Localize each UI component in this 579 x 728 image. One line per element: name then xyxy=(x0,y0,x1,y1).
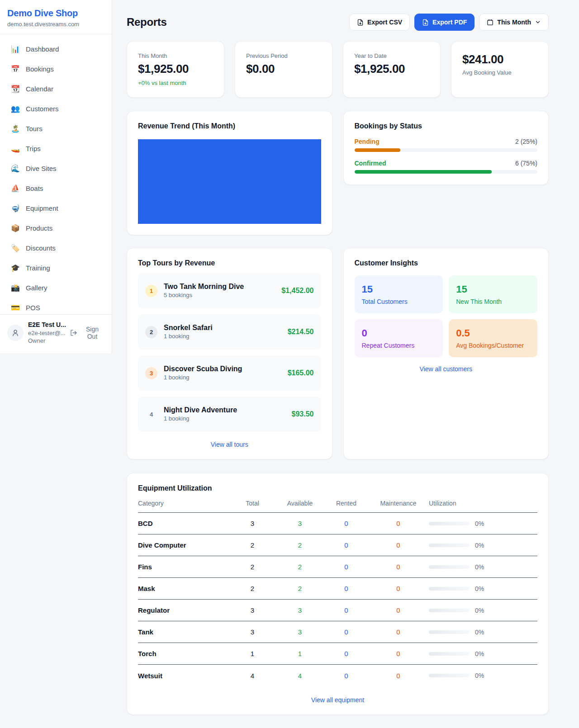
table-row: Regulator 3 3 0 0 0% xyxy=(138,600,537,621)
table-row: BCD 3 3 0 0 0% xyxy=(138,513,537,534)
sidebar-item-bookings[interactable]: 📅Bookings xyxy=(6,61,105,77)
utilization-percent: 0% xyxy=(475,585,484,592)
insight-value: 0 xyxy=(362,327,436,339)
status-label: Confirmed xyxy=(355,160,386,167)
tour-name: Two Tank Morning Dive xyxy=(164,283,244,290)
utilization-track xyxy=(429,630,470,634)
sidebar-item-pos[interactable]: 💳POS xyxy=(6,299,105,314)
cell-available: 3 xyxy=(275,628,325,636)
user-footer: E2E Test U... e2e-tester@... Owner Sign … xyxy=(0,314,112,353)
rank-badge: 3 xyxy=(145,367,157,379)
tour-amount: $1,452.00 xyxy=(281,287,313,295)
view-all-equipment-link[interactable]: View all equipment xyxy=(138,696,537,704)
stat-label: Year to Date xyxy=(354,52,429,59)
col-header-rented: Rented xyxy=(325,500,368,507)
utilization-track xyxy=(429,544,470,547)
sidebar-item-discounts[interactable]: 🏷️Discounts xyxy=(6,240,105,256)
user-info: E2E Test U... e2e-tester@... Owner xyxy=(28,321,66,345)
cell-available: 3 xyxy=(275,520,325,527)
sidebar-item-calendar[interactable]: 📆Calendar xyxy=(6,80,105,97)
bookings-calendar-icon: 📅 xyxy=(11,65,20,73)
sidebar-item-label: Equipment xyxy=(26,204,58,212)
file-download-icon xyxy=(357,19,364,26)
cell-available: 2 xyxy=(275,563,325,571)
sidebar-item-products[interactable]: 📦Products xyxy=(6,220,105,236)
stat-card-this-month: This Month $1,925.00 +0% vs last month xyxy=(127,41,224,98)
view-all-customers-link[interactable]: View all customers xyxy=(355,365,538,373)
equipment-title: Equipment Utilization xyxy=(138,484,537,492)
export-pdf-button[interactable]: Export PDF xyxy=(414,14,475,31)
sidebar-item-boats[interactable]: ⛵Boats xyxy=(6,180,105,197)
cell-maintenance: 0 xyxy=(368,606,429,614)
tour-name: Night Dive Adventure xyxy=(164,406,237,414)
tour-bookings: 1 booking xyxy=(164,374,189,381)
sidebar-item-equipment[interactable]: 🤿Equipment xyxy=(6,200,105,217)
tour-bookings: 1 booking xyxy=(164,333,189,340)
island-icon: 🏝️ xyxy=(11,124,20,133)
tour-name: Discover Scuba Diving xyxy=(164,365,242,373)
chevron-down-icon xyxy=(535,19,541,25)
stat-label: Previous Period xyxy=(246,52,321,59)
utilization-percent: 0% xyxy=(475,607,484,614)
utilization-percent: 0% xyxy=(475,563,484,571)
export-csv-button[interactable]: Export CSV xyxy=(349,14,410,31)
cell-utilization: 0% xyxy=(429,542,537,549)
bookings-status-title: Bookings by Status xyxy=(355,122,538,130)
cell-utilization: 0% xyxy=(429,629,537,636)
view-all-tours-link[interactable]: View all tours xyxy=(138,441,321,448)
main-content: Reports Export CSV Export PDF This Month… xyxy=(112,0,579,728)
table-row: Torch 1 1 0 0 0% xyxy=(138,643,537,665)
customer-insights-card: Customer Insights 15 Total Customers 15 … xyxy=(343,248,549,459)
cell-rented: 0 xyxy=(325,520,368,527)
rank-badge: 2 xyxy=(145,326,157,338)
sidebar-item-label: Customers xyxy=(26,105,59,113)
cell-available: 1 xyxy=(275,650,325,657)
sidebar-item-gallery[interactable]: 📸Gallery xyxy=(6,279,105,296)
sidebar-item-tours[interactable]: 🏝️Tours xyxy=(6,120,105,137)
cell-total: 3 xyxy=(230,520,275,527)
sidebar-item-customers[interactable]: 👥Customers xyxy=(6,100,105,117)
stat-value: $1,925.00 xyxy=(138,62,213,76)
export-csv-label: Export CSV xyxy=(367,19,402,26)
insight-label: Total Customers xyxy=(362,298,436,305)
cell-rented: 0 xyxy=(325,628,368,636)
cell-maintenance: 0 xyxy=(368,650,429,657)
brand-domain: demo.test.divestreams.com xyxy=(7,21,104,28)
sign-out-button[interactable]: Sign Out xyxy=(70,326,104,340)
progress-fill-confirmed xyxy=(355,170,492,174)
cell-category: Torch xyxy=(138,650,230,657)
user-name: E2E Test U... xyxy=(28,321,66,329)
period-selector[interactable]: This Month xyxy=(479,14,549,31)
cell-rented: 0 xyxy=(325,585,368,592)
top-tours-title: Top Tours by Revenue xyxy=(138,259,321,267)
insight-label: Repeat Customers xyxy=(362,342,436,349)
revenue-trend-title: Revenue Trend (This Month) xyxy=(138,122,321,130)
sidebar-item-trips[interactable]: 🚤Trips xyxy=(6,140,105,157)
cell-rented: 0 xyxy=(325,650,368,657)
revenue-trend-chart xyxy=(138,139,321,224)
cell-category: Tank xyxy=(138,628,230,636)
sidebar-item-training[interactable]: 🎓Training xyxy=(6,260,105,276)
cell-maintenance: 0 xyxy=(368,541,429,549)
diving-mask-icon: 🤿 xyxy=(11,204,20,213)
revenue-trend-card: Revenue Trend (This Month) xyxy=(127,111,332,235)
equipment-utilization-card: Equipment Utilization Category Total Ava… xyxy=(127,473,549,715)
speedboat-icon: 🚤 xyxy=(11,144,20,153)
table-row: Tank 3 3 0 0 0% xyxy=(138,621,537,643)
cell-total: 4 xyxy=(230,672,275,680)
sidebar-item-label: Products xyxy=(26,224,52,232)
utilization-track xyxy=(429,652,470,656)
cell-utilization: 0% xyxy=(429,520,537,527)
tour-bookings: 5 bookings xyxy=(164,292,192,298)
stat-card-avg-booking-value: $241.00 Avg Booking Value xyxy=(451,41,549,98)
graduation-cap-icon: 🎓 xyxy=(11,264,20,272)
status-count: 2 (25%) xyxy=(515,138,537,145)
sign-out-icon xyxy=(70,329,77,336)
stats-row: This Month $1,925.00 +0% vs last month P… xyxy=(127,41,549,98)
utilization-percent: 0% xyxy=(475,520,484,527)
sidebar-item-dashboard[interactable]: 📊Dashboard xyxy=(6,41,105,57)
sidebar-item-dive-sites[interactable]: 🌊Dive Sites xyxy=(6,160,105,177)
cell-rented: 0 xyxy=(325,563,368,571)
insight-value: 0.5 xyxy=(456,327,530,339)
export-pdf-label: Export PDF xyxy=(432,19,467,26)
